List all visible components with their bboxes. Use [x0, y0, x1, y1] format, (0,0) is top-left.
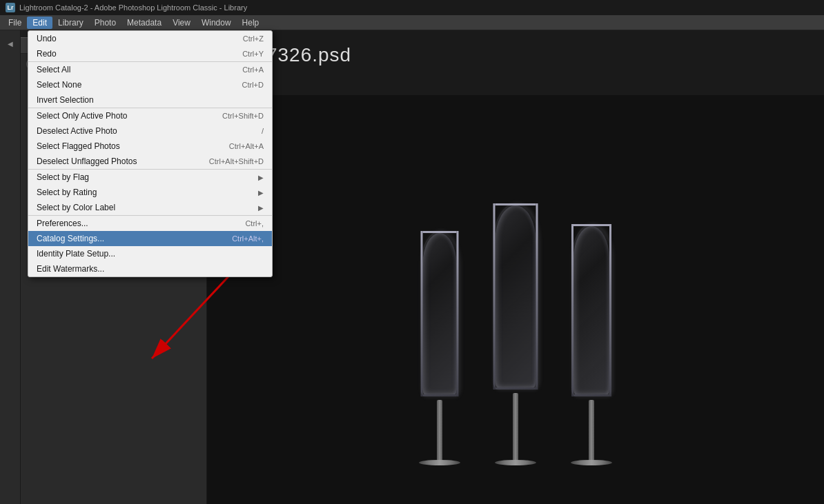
menu-view[interactable]: View [167, 17, 196, 29]
menu-select-only-active[interactable]: Select Only Active Photo Ctrl+Shift+D [28, 108, 272, 123]
deselect-unflagged-shortcut: Ctrl+Alt+Shift+D [209, 157, 264, 165]
menu-deselect-unflagged[interactable]: Deselect Unflagged Photos Ctrl+Alt+Shift… [28, 154, 272, 169]
menu-library[interactable]: Library [52, 17, 89, 29]
left-sidebar: ◀ [0, 30, 21, 504]
select-flagged-label: Select Flagged Photos [37, 141, 229, 151]
content-header: _G_7326.psd x 5206 [207, 30, 824, 95]
undo-label: Undo [37, 34, 243, 43]
select-none-shortcut: Ctrl+D [242, 81, 264, 89]
title-bar: Lr Lightroom Catalog-2 - Adobe Photoshop… [0, 0, 824, 15]
select-all-label: Select All [37, 65, 242, 74]
menu-select-all[interactable]: Select All Ctrl+A [28, 62, 272, 77]
edit-watermarks-label: Edit Watermarks... [37, 264, 264, 274]
glass-3 [560, 190, 622, 465]
select-all-shortcut: Ctrl+A [242, 65, 264, 74]
deselect-active-label: Deselect Active Photo [37, 126, 262, 136]
select-by-section: Select by Flag ▶ Select by Rating ▶ Sele… [28, 170, 272, 216]
menu-invert-selection[interactable]: Invert Selection [28, 92, 272, 108]
menu-file[interactable]: File [3, 17, 27, 29]
menu-identity-plate[interactable]: Identity Plate Setup... [28, 246, 272, 261]
glass-1 [409, 190, 471, 465]
redo-label: Redo [37, 49, 242, 59]
active-photo-section: Select Only Active Photo Ctrl+Shift+D De… [28, 108, 272, 170]
submenu-arrow-icon: ▶ [258, 174, 264, 181]
select-active-label: Select Only Active Photo [37, 111, 222, 121]
menu-metadata[interactable]: Metadata [121, 17, 167, 29]
select-by-flag-label: Select by Flag [37, 172, 255, 182]
redo-shortcut: Ctrl+Y [242, 50, 264, 58]
menu-window[interactable]: Window [196, 17, 237, 29]
menu-select-by-rating[interactable]: Select by Rating ▶ [28, 185, 272, 200]
invert-selection-label: Invert Selection [37, 95, 264, 105]
glass-2 [484, 190, 547, 465]
menu-deselect-active[interactable]: Deselect Active Photo / [28, 123, 272, 139]
menu-redo[interactable]: Redo Ctrl+Y [28, 46, 272, 61]
deselect-unflagged-label: Deselect Unflagged Photos [37, 157, 209, 166]
menu-select-none[interactable]: Select None Ctrl+D [28, 77, 272, 92]
select-flagged-shortcut: Ctrl+Alt+A [229, 142, 264, 150]
photo-display-area [207, 95, 824, 504]
catalog-settings-shortcut: Ctrl+Alt+, [232, 234, 264, 243]
title-bar-text: Lightroom Catalog-2 - Adobe Photoshop Li… [19, 3, 247, 12]
preferences-section: Preferences... Ctrl+, Catalog Settings..… [28, 216, 272, 276]
detail-display: x 5206 [228, 69, 803, 81]
select-none-label: Select None [37, 80, 242, 90]
menu-bar: File Edit Library Photo Metadata View Wi… [0, 15, 824, 30]
menu-catalog-settings[interactable]: Catalog Settings... Ctrl+Alt+, [28, 231, 272, 246]
undo-shortcut: Ctrl+Z [243, 34, 264, 43]
photo-glasses [364, 134, 667, 465]
submenu-arrow-icon: ▶ [258, 189, 264, 196]
select-by-color-label: Select by Color Label [37, 203, 255, 212]
menu-select-by-color[interactable]: Select by Color Label ▶ [28, 200, 272, 215]
preferences-label: Preferences... [37, 219, 245, 228]
menu-edit-watermarks[interactable]: Edit Watermarks... [28, 261, 272, 276]
select-active-shortcut: Ctrl+Shift+D [222, 112, 264, 120]
menu-edit[interactable]: Edit [27, 17, 52, 29]
menu-preferences[interactable]: Preferences... Ctrl+, [28, 216, 272, 231]
filename-display: _G_7326.psd [228, 44, 803, 66]
app-icon: Lr [6, 3, 15, 12]
main-content: _G_7326.psd x 5206 [207, 30, 824, 504]
catalog-settings-label: Catalog Settings... [37, 234, 232, 243]
preferences-shortcut: Ctrl+, [245, 219, 264, 228]
undo-redo-section: Undo Ctrl+Z Redo Ctrl+Y [28, 31, 272, 62]
deselect-active-shortcut: / [262, 127, 264, 135]
select-by-rating-label: Select by Rating [37, 188, 255, 197]
menu-select-by-flag[interactable]: Select by Flag ▶ [28, 170, 272, 185]
menu-select-flagged[interactable]: Select Flagged Photos Ctrl+Alt+A [28, 139, 272, 154]
edit-dropdown-menu: Undo Ctrl+Z Redo Ctrl+Y Select All Ctrl+… [28, 30, 273, 277]
submenu-arrow-icon: ▶ [258, 204, 264, 212]
menu-undo[interactable]: Undo Ctrl+Z [28, 31, 272, 46]
identity-plate-label: Identity Plate Setup... [37, 249, 264, 259]
menu-photo[interactable]: Photo [89, 17, 121, 29]
sidebar-toggle[interactable]: ◀ [8, 40, 13, 48]
select-section: Select All Ctrl+A Select None Ctrl+D Inv… [28, 62, 272, 108]
menu-help[interactable]: Help [237, 17, 265, 29]
